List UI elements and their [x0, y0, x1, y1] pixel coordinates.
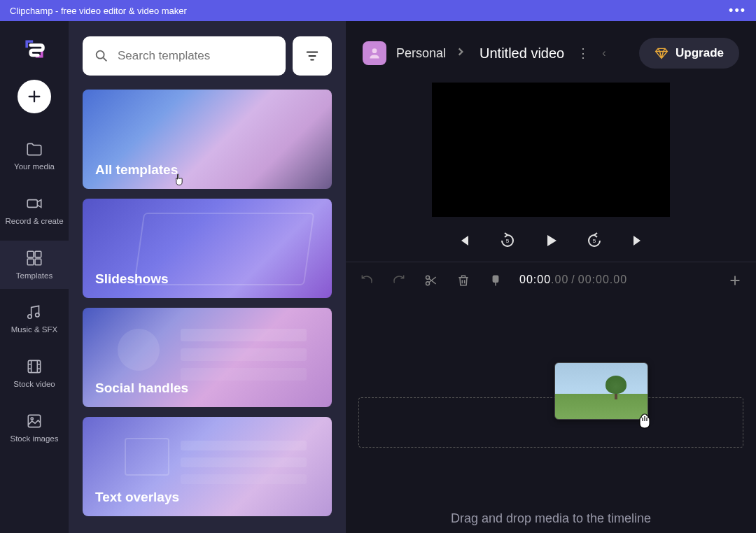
dragged-media-thumbnail[interactable]: [554, 362, 648, 420]
video-preview[interactable]: [432, 83, 670, 217]
filter-icon: [304, 48, 320, 64]
template-cards: All templates Slideshows Social handles …: [83, 90, 332, 516]
chevron-right-icon: [456, 47, 465, 59]
forward-button[interactable]: 5: [584, 231, 604, 250]
timeline-body[interactable]: Drag and drop media to the timeline: [346, 298, 756, 533]
svg-point-9: [31, 418, 33, 420]
template-card-text-overlays[interactable]: Text overlays: [83, 417, 332, 516]
skip-previous-icon: [456, 232, 472, 249]
workspace-avatar[interactable]: [363, 41, 386, 65]
search-input[interactable]: [118, 49, 274, 63]
drop-hint-text: Drag and drop media to the timeline: [346, 511, 756, 526]
timecode: 00:00.00/00:00.00: [519, 273, 627, 287]
svg-rect-7: [28, 361, 40, 373]
play-button[interactable]: [541, 231, 561, 250]
folder-icon: [25, 140, 43, 158]
play-icon: [542, 232, 559, 249]
add-button[interactable]: [18, 80, 51, 113]
nav-label: Templates: [16, 271, 52, 281]
timeline-toolbar: 00:00.00/00:00.00: [346, 262, 756, 298]
svg-rect-3: [27, 259, 34, 265]
nav-label: Record & create: [5, 217, 63, 227]
nav-music-sfx[interactable]: Music & SFX: [0, 294, 69, 343]
nav-record-create[interactable]: Record & create: [0, 186, 69, 235]
svg-point-15: [426, 281, 430, 285]
nav-label: Stock images: [10, 434, 58, 444]
template-card-slideshows[interactable]: Slideshows: [83, 199, 332, 298]
card-title: Slideshows: [95, 271, 169, 287]
upgrade-label: Upgrade: [676, 46, 724, 60]
forward-5-icon: 5: [586, 232, 603, 249]
titlebar-text: Clipchamp - free video editor & video ma…: [10, 6, 187, 16]
filter-button[interactable]: [293, 36, 332, 76]
clipchamp-logo-icon: [22, 36, 47, 62]
undo-icon: [360, 273, 374, 287]
person-icon: [368, 46, 382, 60]
main-area: Personal Untitled video ⋮ ‹ Upgrade 5 5: [346, 21, 756, 533]
timecode-current-frac: .00: [551, 273, 568, 285]
app-logo[interactable]: [19, 34, 50, 64]
film-icon: [25, 357, 43, 376]
titlebar-menu-button[interactable]: •••: [729, 3, 746, 18]
grab-cursor-icon: [636, 413, 654, 429]
timecode-separator: /: [568, 273, 578, 285]
timeline-dropzone[interactable]: [358, 397, 743, 448]
project-menu-button[interactable]: ⋮: [574, 45, 592, 61]
plus-icon: [727, 273, 743, 288]
overflow-indicator: ‹: [602, 47, 606, 59]
project-title[interactable]: Untitled video: [479, 45, 564, 62]
workspace-name[interactable]: Personal: [396, 46, 446, 61]
camera-icon: [25, 194, 43, 213]
card-title: Social handles: [95, 381, 188, 396]
preview-area: [346, 83, 756, 217]
templates-icon: [25, 249, 43, 267]
svg-rect-4: [35, 259, 41, 265]
rewind-button[interactable]: 5: [498, 231, 517, 250]
diamond-icon: [654, 46, 668, 60]
card-title: Text overlays: [95, 490, 179, 505]
nav-label: Music & SFX: [11, 325, 57, 335]
redo-icon: [392, 273, 406, 287]
svg-rect-0: [27, 199, 37, 207]
upgrade-button[interactable]: Upgrade: [639, 38, 739, 69]
skip-end-button[interactable]: [628, 231, 648, 250]
nav-label: Stock video: [13, 380, 55, 390]
timecode-current: 00:00: [519, 273, 551, 285]
svg-text:5: 5: [506, 238, 510, 244]
undo-button[interactable]: [358, 272, 375, 289]
add-track-button[interactable]: [727, 272, 743, 289]
nav-stock-images[interactable]: Stock images: [0, 404, 69, 453]
plus-icon: [27, 89, 42, 104]
marker-icon: [489, 273, 502, 287]
timecode-total: 00:00: [578, 273, 610, 285]
delete-button[interactable]: [455, 272, 472, 289]
split-button[interactable]: [423, 272, 440, 289]
search-icon: [94, 48, 109, 64]
top-bar: Personal Untitled video ⋮ ‹ Upgrade: [346, 21, 756, 83]
skip-next-icon: [629, 232, 646, 249]
svg-point-10: [97, 51, 104, 59]
music-icon: [25, 303, 43, 321]
template-card-all[interactable]: All templates: [83, 90, 332, 189]
template-card-social-handles[interactable]: Social handles: [83, 308, 332, 407]
nav-templates[interactable]: Templates: [0, 241, 69, 290]
tree-graphic: [606, 376, 626, 399]
titlebar: Clipchamp - free video editor & video ma…: [0, 0, 756, 21]
svg-rect-2: [35, 251, 41, 257]
scissors-icon: [424, 273, 438, 287]
nav-your-media[interactable]: Your media: [0, 132, 69, 180]
redo-button[interactable]: [391, 272, 407, 289]
pointer-cursor-icon: [172, 172, 186, 187]
nav-label: Your media: [14, 162, 55, 172]
svg-rect-1: [27, 251, 34, 257]
svg-point-11: [372, 48, 377, 53]
svg-text:5: 5: [593, 238, 596, 244]
card-title: All templates: [95, 162, 178, 178]
templates-panel: All templates Slideshows Social handles …: [69, 21, 346, 533]
search-box[interactable]: [83, 36, 286, 76]
playhead-marker[interactable]: [487, 272, 504, 289]
side-nav: Your media Record & create Templates Mus…: [0, 21, 69, 533]
skip-start-button[interactable]: [454, 231, 474, 250]
svg-rect-16: [493, 276, 498, 282]
nav-stock-video[interactable]: Stock video: [0, 349, 69, 398]
